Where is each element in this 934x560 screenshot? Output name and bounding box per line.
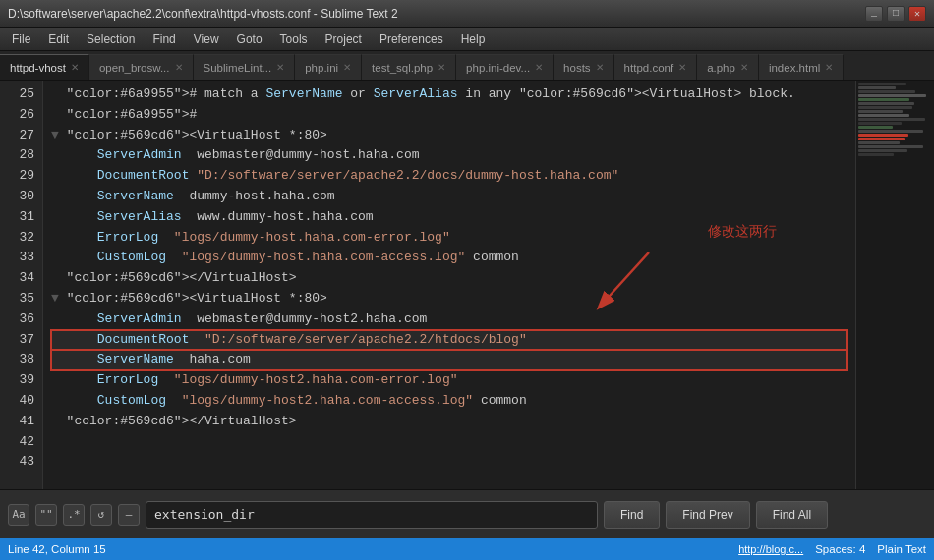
close-button[interactable]: ✕	[908, 6, 926, 22]
tab-label: SublimeLint...	[204, 62, 272, 74]
minimap-line	[858, 126, 893, 129]
tab-php-ini[interactable]: php.ini✕	[295, 54, 362, 80]
minimap-line	[858, 114, 909, 117]
code-area[interactable]: "color:#6a9955"># match a ServerName or …	[43, 81, 855, 436]
menu-item-edit[interactable]: Edit	[40, 30, 77, 48]
menu-bar: FileEditSelectionFindViewGotoToolsProjec…	[0, 28, 934, 51]
tab-label: open_brosw...	[99, 62, 170, 74]
minimap-line	[858, 110, 903, 113]
code-line-41: CustomLog "logs/dummy-host2.haha.com-acc…	[51, 391, 847, 412]
tab-close-icon[interactable]: ✕	[343, 62, 351, 73]
line-number-35: 35	[4, 289, 34, 309]
tab-close-icon[interactable]: ✕	[825, 62, 833, 73]
line-number-34: 34	[4, 268, 34, 289]
tab-label: test_sql.php	[372, 62, 433, 74]
code-line-26: "color:#6a9955">#	[51, 105, 847, 126]
regex-button[interactable]: .*	[63, 504, 85, 526]
menu-item-help[interactable]: Help	[453, 30, 494, 48]
minimap-line	[858, 102, 914, 105]
tab-label: httpd-vhost	[10, 62, 66, 74]
find-prev-button[interactable]: Find Prev	[666, 501, 749, 529]
status-right: http://blog.c... Spaces: 4 Plain Text	[738, 543, 926, 555]
minimap-line	[858, 145, 923, 148]
minimap-line	[858, 134, 908, 137]
code-line-27: ▼ "color:#569cd6"><VirtualHost *:80>	[51, 126, 847, 146]
tab-httpd-conf[interactable]: httpd.conf✕	[614, 54, 698, 80]
minimap	[855, 81, 934, 489]
minimap-line	[858, 153, 894, 156]
case-sensitive-button[interactable]: Aa	[8, 504, 29, 526]
menu-item-preferences[interactable]: Preferences	[372, 30, 451, 48]
line-number-32: 32	[4, 228, 34, 249]
code-line-42: "color:#569cd6"></VirtualHost>	[51, 412, 847, 432]
tab-close-icon[interactable]: ✕	[740, 62, 748, 73]
status-bar: Line 42, Column 15 http://blog.c... Spac…	[0, 538, 934, 560]
tab-httpd-vhost[interactable]: httpd-vhost✕	[0, 54, 89, 80]
whole-word-button[interactable]: ""	[35, 504, 57, 526]
tab-close-icon[interactable]: ✕	[678, 62, 686, 73]
line-number-26: 26	[4, 105, 34, 126]
minimap-line	[858, 90, 915, 93]
tab-close-icon[interactable]: ✕	[175, 62, 183, 73]
code-line-36: ▼ "color:#569cd6"><VirtualHost *:80>	[51, 289, 847, 309]
find-button[interactable]: Find	[604, 501, 660, 529]
minimap-content	[856, 81, 934, 159]
line-number-40: 40	[4, 391, 34, 412]
tab-close-icon[interactable]: ✕	[276, 62, 284, 73]
wrap-button[interactable]: —	[118, 504, 140, 526]
menu-item-view[interactable]: View	[186, 30, 227, 48]
minimap-line	[858, 122, 902, 125]
menu-item-selection[interactable]: Selection	[79, 30, 143, 48]
tab-bar: httpd-vhost✕open_brosw...✕SublimeLint...…	[0, 51, 934, 81]
status-link: http://blog.c...	[738, 543, 803, 555]
minimize-button[interactable]: _	[865, 6, 883, 22]
code-line-37: ServerAdmin webmaster@dummy-host2.haha.c…	[51, 309, 847, 330]
tab-php-ini-dev---[interactable]: php.ini-dev...✕	[456, 54, 554, 80]
minimap-line	[858, 130, 923, 133]
menu-item-tools[interactable]: Tools	[272, 30, 316, 48]
replace-button[interactable]: ↺	[90, 504, 112, 526]
tab-close-icon[interactable]: ✕	[438, 62, 445, 73]
line-number-28: 28	[4, 145, 34, 166]
status-encoding[interactable]: Plain Text	[877, 543, 926, 555]
code-line-33: CustomLog "logs/dummy-host.haha.com-acce…	[51, 248, 847, 268]
tab-index-html[interactable]: index.html✕	[759, 54, 844, 80]
tab-open-brosw---[interactable]: open_brosw...✕	[89, 54, 194, 80]
tab-a-php[interactable]: a.php✕	[697, 54, 759, 80]
title-bar: D:\software\server\apache2.2\conf\extra\…	[0, 0, 934, 28]
line-number-43: 43	[4, 452, 34, 473]
minimap-line	[858, 118, 925, 121]
line-number-41: 41	[4, 412, 34, 432]
tab-sublimelint---[interactable]: SublimeLint...✕	[194, 54, 296, 80]
tab-test-sql-php[interactable]: test_sql.php✕	[362, 54, 456, 80]
code-line-29: DocumentRoot "D:/software/server/apache2…	[51, 166, 847, 187]
tab-close-icon[interactable]: ✕	[596, 62, 604, 73]
find-all-button[interactable]: Find All	[756, 501, 828, 529]
menu-item-project[interactable]: Project	[318, 30, 370, 48]
line-number-29: 29	[4, 166, 34, 187]
menu-item-goto[interactable]: Goto	[229, 30, 270, 48]
find-input[interactable]	[146, 501, 598, 529]
code-line-31: ServerAlias www.dummy-host.haha.com	[51, 207, 847, 228]
code-line-38: DocumentRoot "D:/software/server/apache2…	[51, 330, 847, 351]
minimap-line	[858, 106, 912, 109]
code-line-25: "color:#6a9955"># match a ServerName or …	[51, 84, 847, 105]
tab-close-icon[interactable]: ✕	[71, 62, 79, 73]
menu-item-file[interactable]: File	[4, 30, 38, 48]
status-position: Line 42, Column 15	[8, 543, 106, 555]
tab-label: index.html	[769, 62, 820, 74]
code-line-39: ServerName haha.com	[51, 350, 847, 370]
title-controls: _ □ ✕	[865, 6, 926, 22]
minimap-line	[858, 98, 909, 101]
menu-item-find[interactable]: Find	[145, 30, 183, 48]
minimap-line	[858, 138, 905, 140]
status-spaces[interactable]: Spaces: 4	[815, 543, 865, 555]
tab-label: hosts	[563, 62, 591, 74]
tab-close-icon[interactable]: ✕	[535, 62, 543, 73]
minimap-line	[858, 94, 926, 97]
maximize-button[interactable]: □	[887, 6, 905, 22]
tab-hosts[interactable]: hosts✕	[554, 54, 614, 80]
tab-label: a.php	[707, 62, 735, 74]
title-text: D:\software\server\apache2.2\conf\extra\…	[8, 7, 398, 21]
tab-label: httpd.conf	[624, 62, 674, 74]
